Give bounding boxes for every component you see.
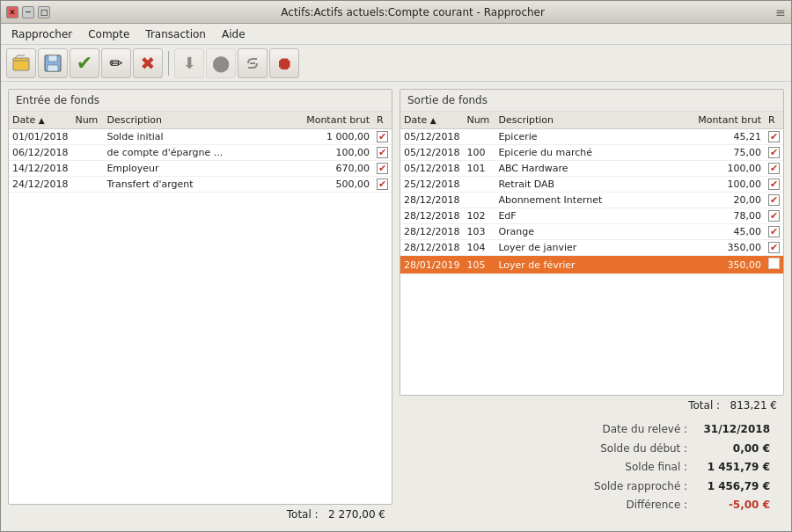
sortie-date-cell: 05/12/2018 — [400, 145, 463, 161]
entree-table-scroll[interactable]: Date ▲ Num Description Montant brut R — [9, 112, 392, 504]
sortie-num-cell: 103 — [463, 224, 495, 240]
edit-button[interactable]: ✏️ — [101, 48, 131, 78]
sortie-checkbox[interactable]: ✔ — [768, 179, 780, 190]
entree-table-row[interactable]: 01/01/2018 Solde initial 1 000,00 ✔ — [9, 129, 392, 145]
summary-final-value: 1 451,79 € — [691, 458, 770, 477]
sortie-desc-cell: Orange — [495, 224, 694, 240]
entree-checkbox[interactable]: ✔ — [377, 131, 388, 142]
sortie-check-cell[interactable]: ✔ — [765, 224, 783, 240]
toolbar: ✔ ✏️ ✖ ⬇ ⬤ ⏺ — [1, 45, 791, 82]
entree-col-amount: Montant brut — [303, 112, 373, 129]
sortie-checkbox[interactable]: ✔ — [768, 226, 780, 237]
sortie-num-cell — [463, 129, 495, 145]
record-button[interactable]: ⏺ — [269, 48, 299, 78]
window-menu-icon[interactable]: ≡ — [775, 5, 786, 19]
sortie-table-row[interactable]: 05/12/2018 100 Epicerie du marché 75,00 … — [400, 145, 783, 161]
sortie-num-cell: 105 — [463, 256, 495, 274]
entree-desc-cell: de compte d'épargne ... — [103, 145, 303, 161]
entree-check-cell[interactable]: ✔ — [373, 129, 392, 145]
sortie-num-cell — [463, 177, 495, 193]
sortie-desc-cell: Epicerie — [495, 129, 694, 145]
entree-desc-cell: Employeur — [103, 161, 303, 177]
sortie-check-cell[interactable]: ✔ — [765, 208, 783, 224]
sortie-check-cell[interactable]: ✔ — [765, 145, 783, 161]
sortie-table-row[interactable]: 28/01/2019 105 Loyer de février 350,00 — [400, 256, 783, 274]
sortie-table: Date ▲ Num Description Montant brut R — [400, 112, 783, 274]
save-button[interactable] — [38, 48, 68, 78]
sortie-date-cell: 28/12/2018 — [400, 193, 463, 208]
sortie-desc-cell: Abonnement Internet — [495, 193, 694, 208]
sortie-check-cell[interactable]: ✔ — [765, 193, 783, 208]
sortie-checkbox[interactable]: ✔ — [768, 242, 780, 253]
sortie-amount-cell: 350,00 — [694, 256, 765, 274]
sortie-check-cell[interactable]: ✔ — [765, 129, 783, 145]
entree-num-cell — [71, 129, 103, 145]
open-button[interactable] — [6, 48, 36, 78]
entree-check-cell[interactable]: ✔ — [373, 161, 392, 177]
sortie-table-row[interactable]: 05/12/2018 101 ABC Hardware 100,00 ✔ — [400, 161, 783, 177]
entree-table-row[interactable]: 06/12/2018 de compte d'épargne ... 100,0… — [9, 145, 392, 161]
link-button[interactable] — [238, 48, 268, 78]
sortie-check-cell[interactable]: ✔ — [765, 177, 783, 193]
summary-debut-line: Solde du début : 0,00 € — [414, 440, 770, 459]
sortie-total-value: 813,21 € — [730, 399, 777, 412]
sortie-table-row[interactable]: 28/12/2018 Abonnement Internet 20,00 ✔ — [400, 193, 783, 208]
sortie-desc-cell: Epicerie du marché — [495, 145, 694, 161]
entree-table-row[interactable]: 14/12/2018 Employeur 670,00 ✔ — [9, 161, 392, 177]
sortie-table-row[interactable]: 28/12/2018 103 Orange 45,00 ✔ — [400, 224, 783, 240]
menu-compte[interactable]: Compte — [81, 26, 136, 42]
entree-amount-cell: 670,00 — [303, 161, 373, 177]
delete-button[interactable]: ✖ — [133, 48, 163, 78]
sortie-checkbox[interactable]: ✔ — [768, 210, 780, 222]
entree-panel-title: Entrée de fonds — [9, 90, 392, 112]
sortie-date-cell: 28/01/2019 — [400, 256, 463, 274]
sortie-check-cell[interactable]: ✔ — [765, 161, 783, 177]
menu-aide[interactable]: Aide — [215, 26, 253, 42]
summary-rapproche-value: 1 456,79 € — [691, 477, 770, 497]
sortie-desc-cell: ABC Hardware — [495, 161, 694, 177]
entree-amount-cell: 1 000,00 — [303, 129, 373, 145]
sortie-table-row[interactable]: 05/12/2018 Epicerie 45,21 ✔ — [400, 129, 783, 145]
menu-transaction[interactable]: Transaction — [138, 26, 213, 42]
sortie-checkbox[interactable] — [768, 258, 780, 269]
close-button[interactable]: ✕ — [6, 6, 18, 18]
entree-date-cell: 06/12/2018 — [9, 145, 71, 161]
entree-col-date[interactable]: Date ▲ — [9, 112, 71, 129]
sortie-date-cell: 05/12/2018 — [400, 129, 463, 145]
transfer-button: ⬇ — [174, 48, 204, 78]
sortie-col-r: R — [765, 112, 783, 129]
validate-button[interactable]: ✔ — [70, 48, 99, 78]
sortie-col-date[interactable]: Date ▲ — [400, 112, 463, 129]
sortie-date-cell: 28/12/2018 — [400, 224, 463, 240]
entree-checkbox[interactable]: ✔ — [377, 147, 388, 158]
sortie-checkbox[interactable]: ✔ — [768, 163, 780, 174]
entree-table-row[interactable]: 24/12/2018 Transfert d'argent 500,00 ✔ — [9, 177, 392, 193]
sortie-checkbox[interactable]: ✔ — [768, 194, 780, 206]
sortie-table-row[interactable]: 28/12/2018 104 Loyer de janvier 350,00 ✔ — [400, 240, 783, 256]
summary-diff-label: Différence : — [626, 499, 687, 511]
sortie-table-scroll[interactable]: Date ▲ Num Description Montant brut R — [400, 112, 783, 395]
sortie-col-amount: Montant brut — [694, 112, 765, 129]
sortie-amount-cell: 45,00 — [694, 224, 765, 240]
minimize-button[interactable]: ─ — [22, 6, 34, 18]
menu-rapprocher[interactable]: Rapprocher — [4, 26, 79, 42]
entree-checkbox[interactable]: ✔ — [377, 163, 388, 174]
entree-total-label: Total : — [287, 508, 319, 521]
sortie-table-row[interactable]: 28/12/2018 102 EdF 78,00 ✔ — [400, 208, 783, 224]
entree-checkbox[interactable]: ✔ — [377, 179, 388, 190]
sortie-check-cell[interactable] — [765, 256, 783, 274]
entree-check-cell[interactable]: ✔ — [373, 145, 392, 161]
sortie-checkbox[interactable]: ✔ — [768, 147, 780, 158]
entree-total-line: Total : 2 270,00 € — [8, 505, 392, 524]
entree-de-fonds-panel: Entrée de fonds Date ▲ Num De — [8, 89, 392, 505]
main-window: ✕ ─ □ Actifs:Actifs actuels:Compte coura… — [0, 0, 792, 532]
sortie-num-cell: 102 — [463, 208, 495, 224]
sortie-table-row[interactable]: 25/12/2018 Retrait DAB 100,00 ✔ — [400, 177, 783, 193]
maximize-button[interactable]: □ — [38, 6, 50, 18]
sortie-check-cell[interactable]: ✔ — [765, 240, 783, 256]
summary-rapproche-label: Solde rapproché : — [594, 480, 687, 492]
entree-amount-cell: 500,00 — [303, 177, 373, 193]
summary-date-line: Date du relevé : 31/12/2018 — [414, 420, 770, 440]
entree-check-cell[interactable]: ✔ — [373, 177, 392, 193]
sortie-checkbox[interactable]: ✔ — [768, 131, 780, 142]
